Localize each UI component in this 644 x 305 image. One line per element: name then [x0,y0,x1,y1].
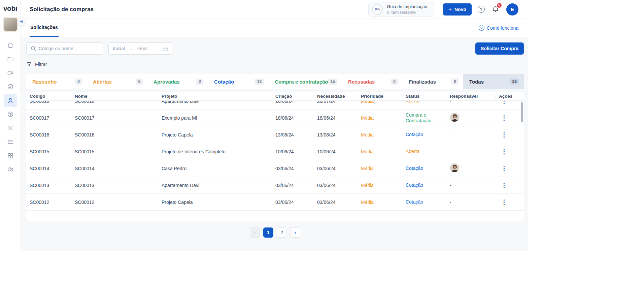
video-camera-icon [7,69,14,76]
cell-nome: SC00015 [71,149,158,154]
status-tab-recusadas[interactable]: Recusadas 0 [342,74,403,89]
search-input[interactable] [39,46,99,51]
pagination-next[interactable]: › [290,227,300,238]
table-scrollbar[interactable] [521,102,523,122]
status-tab-aprovadas[interactable]: Aprovadas 2 [147,74,208,89]
help-button[interactable]: ? [478,6,485,13]
table-row[interactable]: SC00013 SC00013 Apartamento Davi 03/06/2… [26,177,524,194]
cell-status: Aberta [402,101,446,104]
new-button[interactable]: + Novo [443,3,472,16]
sidebar-item-media[interactable] [4,66,17,80]
cell-responsavel: - [446,132,496,138]
column-header-status: Status [402,94,446,99]
cell-status: Cotação [402,199,446,205]
cell-prioridade: Média [358,101,402,104]
table-row[interactable]: SC00012 SC00012 Projeto Capela 03/06/24 … [26,194,524,211]
pagination-prev[interactable]: ‹ [250,227,260,238]
home-icon [7,42,14,49]
cell-nome: SC00012 [71,200,158,205]
column-header-codigo: Código [26,94,71,99]
notifications-button[interactable]: 6 [491,5,500,14]
status-tab-label: Finalizadas [409,79,436,85]
guide-text: Guia de Implantação 0 item restante [387,4,427,15]
how-it-works-link[interactable]: ? Como funciona [479,19,518,37]
person-photo-icon [450,113,459,122]
column-header-nome: Nome [71,94,158,99]
status-tab-count: 15 [328,79,337,85]
column-header-prioridade: Prioridade [358,94,402,99]
status-tab-todas[interactable]: Todas 36 [463,74,524,89]
sidebar-item-apps[interactable] [4,149,17,162]
vobi-logo: vobi [3,4,17,12]
sidebar-item-tasks[interactable] [4,135,17,149]
status-tab-abertas[interactable]: Abertas 6 [87,74,147,89]
cell-necessidade: 13/06/24 [314,132,358,138]
status-tab-rascunho[interactable]: Rascunho 0 [26,74,87,89]
cell-status: Cotação [402,132,446,138]
status-tab-count: 36 [510,79,519,85]
request-purchase-button[interactable]: Solicitar Compra [475,42,524,55]
row-actions-button[interactable]: ⋮ [499,131,509,139]
implementation-guide-widget[interactable]: 0% Guia de Implantação 0 item restante [368,2,434,17]
pagination-page-1[interactable]: 1 [263,227,273,238]
table-row[interactable]: SC00018 SC00018 Apartamento Davi 26/06/2… [26,101,524,110]
funnel-icon [26,61,32,67]
cell-codigo: SC00017 [26,115,71,121]
arrow-right-to-line-icon [19,19,24,24]
range-arrow-icon: → [129,46,133,51]
folder-icon [7,56,14,62]
sidebar-expand-button[interactable] [17,18,25,26]
cell-prioridade: Média [358,200,402,205]
cell-responsavel [446,163,496,174]
cell-prioridade: Média [358,166,402,171]
sidebar-item-finances[interactable] [4,108,17,121]
row-actions-button[interactable]: ⋮ [499,164,509,172]
cell-necessidade: 10/06/24 [314,149,358,154]
cell-codigo: SC00013 [26,183,71,188]
row-actions-button[interactable]: ⋮ [499,198,509,206]
row-actions-button[interactable]: ⋮ [499,114,509,122]
user-avatar[interactable]: E [506,3,518,16]
cell-responsavel: - [446,200,496,205]
table-row[interactable]: SC00017 SC00017 Exemplo para MI 18/06/24… [26,110,524,126]
table-row[interactable]: SC00016 SC00016 Projeto Capela 13/06/24 … [26,126,524,143]
filter-button[interactable]: Filtrar [26,61,47,67]
row-actions-button[interactable]: ⋮ [499,101,509,105]
pagination-page-2[interactable]: 2 [277,227,287,238]
guide-percent: 0% [375,7,380,11]
sidebar-item-purchases[interactable] [4,94,17,107]
workspace-thumbnail[interactable] [3,17,18,32]
app-window: vobi [0,0,644,305]
top-bar: Solicitação de compras 0% Guia de Implan… [21,0,528,19]
cell-projeto: Projeto Capela [158,200,272,205]
status-tab-label: Compra e contratação [275,79,328,85]
sidebar-item-explore[interactable] [4,80,17,93]
filter-button-label: Filtrar [35,62,47,67]
sidebar-nav [4,38,17,176]
responsavel-avatar [450,113,459,122]
tab-solicitacoes[interactable]: Solicitações [30,19,59,37]
new-button-label: Novo [454,7,466,12]
sidebar-item-projects[interactable] [4,52,17,66]
status-tab-finalizadas[interactable]: Finalizadas 0 [403,74,463,89]
row-actions-button[interactable]: ⋮ [499,148,509,155]
status-tab-cotacao[interactable]: Cotação 13 [208,74,269,89]
sidebar-item-home[interactable] [4,38,17,52]
row-actions-button[interactable]: ⋮ [499,181,509,189]
responsavel-avatar [450,163,459,173]
sidebar-item-tools[interactable] [4,121,17,135]
guide-title: Guia de Implantação [387,4,427,9]
plus-icon: + [448,6,452,12]
table-row[interactable]: SC00014 SC00014 Casa Pedro 03/06/24 03/0… [26,160,524,177]
table-row[interactable]: SC00015 SC00015 Projeto de Interiores Co… [26,143,524,160]
status-tab-compra-e-contratacao[interactable]: Compra e contratação 15 [269,74,342,89]
chevron-right-icon: › [294,230,296,236]
column-header-responsavel: Responsável [446,94,496,99]
sidebar-item-team[interactable] [4,163,17,176]
cell-prioridade: Média [358,115,402,121]
cell-projeto: Exemplo para MI [158,115,272,121]
date-range-picker[interactable]: Inicial → Final [108,42,172,55]
date-end-placeholder: Final [137,46,147,51]
cell-status: Compra e Contratação [402,112,446,124]
cell-prioridade: Média [358,132,402,138]
